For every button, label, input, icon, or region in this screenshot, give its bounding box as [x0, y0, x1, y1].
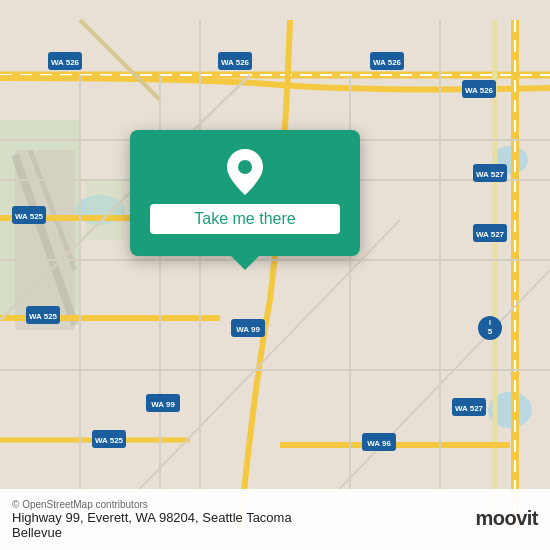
bottom-info: © OpenStreetMap contributors Highway 99,… [12, 497, 292, 540]
svg-text:WA 525: WA 525 [95, 436, 124, 445]
svg-text:WA 526: WA 526 [465, 86, 494, 95]
map-popup: Take me there [130, 130, 360, 256]
svg-text:WA 527: WA 527 [455, 404, 484, 413]
svg-text:WA 526: WA 526 [51, 58, 80, 67]
moovit-logo: moovit [475, 507, 538, 530]
svg-line-10 [80, 20, 160, 100]
svg-text:WA 526: WA 526 [221, 58, 250, 67]
map-svg: WA 526 WA 526 WA 526 WA 526 WA 527 WA 52… [0, 0, 550, 550]
copyright-text: © OpenStreetMap contributors [12, 499, 292, 510]
svg-text:WA 99: WA 99 [236, 325, 260, 334]
svg-text:5: 5 [488, 327, 493, 336]
svg-text:I: I [489, 319, 491, 326]
address-text: Highway 99, Everett, WA 98204, Seattle T… [12, 510, 292, 525]
svg-text:WA 525: WA 525 [29, 312, 58, 321]
city-text: Bellevue [12, 525, 292, 540]
map-container: WA 526 WA 526 WA 526 WA 526 WA 527 WA 52… [0, 0, 550, 550]
svg-text:WA 527: WA 527 [476, 230, 505, 239]
take-me-there-button[interactable]: Take me there [150, 204, 340, 234]
svg-point-60 [238, 160, 252, 174]
location-pin [221, 148, 269, 196]
svg-text:WA 96: WA 96 [367, 439, 391, 448]
svg-text:WA 99: WA 99 [151, 400, 175, 409]
svg-text:WA 525: WA 525 [15, 212, 44, 221]
svg-text:WA 527: WA 527 [476, 170, 505, 179]
svg-text:WA 526: WA 526 [373, 58, 402, 67]
moovit-text: moovit [475, 507, 538, 530]
bottom-bar: © OpenStreetMap contributors Highway 99,… [0, 489, 550, 550]
